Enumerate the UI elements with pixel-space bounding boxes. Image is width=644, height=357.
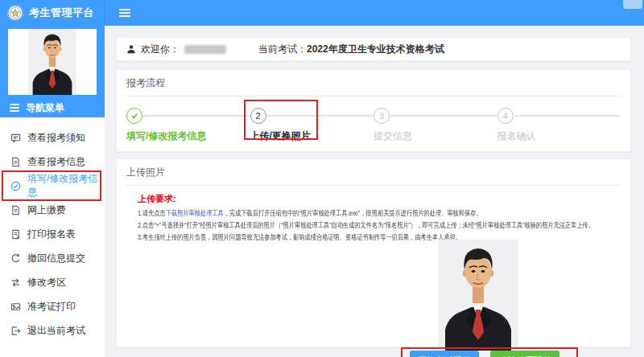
main-content: 欢迎你： 当前考试： 2022年度卫生专业技术资格考试 报考流程 填写/修改报考…: [105, 26, 644, 357]
process-title: 报考流程: [126, 76, 621, 96]
check-circle-icon: [10, 181, 21, 191]
sidebar-menu: 查看报考须知 查看报考信息 填写/修改报考信息 网上缴费: [0, 117, 105, 343]
requirement-line-2: 2.点击“+”号选择并“打开”经照片审核工具处理后的照片（“照片审核处理工具”自…: [138, 220, 524, 232]
step-number-circle: 3: [374, 108, 390, 124]
requirement-line-1: 1.请先点击下载照片审核处理工具，完成下载后打开压缩包中的“照片审核处理工具.e…: [138, 207, 524, 220]
confirm-photo-button[interactable]: 确认使用照片: [490, 351, 559, 357]
candidate-photo-thumbnail: [8, 29, 97, 95]
step-fill-info[interactable]: 填写/修改报考信息: [126, 108, 250, 143]
current-exam-label: 当前考试：: [258, 43, 307, 56]
step-confirm-registration[interactable]: 4 报名确认: [497, 108, 621, 143]
exit-icon: [10, 326, 21, 336]
top-bar: 考生管理平台: [0, 0, 644, 26]
sidebar-item-print-admission-ticket[interactable]: 准考证打印: [0, 294, 105, 318]
nav-menu-icon: [10, 107, 19, 109]
step-upload-photo[interactable]: 2 上传/更换照片: [250, 108, 374, 143]
nav-menu-title: 导航菜单: [26, 101, 64, 115]
sidebar-item-label: 退出当前考试: [27, 324, 85, 338]
step-label: 上传/更换照片: [250, 129, 374, 143]
photo-buttons-highlight: 更换考试照片 确认使用照片: [401, 347, 578, 357]
undo-icon: [10, 253, 21, 264]
sidebar-item-label: 查看报考须知: [27, 131, 85, 145]
corner-artifact: [623, 0, 642, 9]
user-icon: [126, 44, 136, 54]
app-title: 考生管理平台: [29, 6, 94, 20]
steps-row: 填写/修改报考信息 2 上传/更换照片 3 提交信息: [126, 108, 621, 143]
sidebar-item-online-payment[interactable]: 网上缴费: [0, 198, 105, 222]
collapse-menu-icon[interactable]: [119, 12, 130, 14]
sidebar-item-label: 撤回信息提交: [27, 252, 85, 265]
step-number-circle: 4: [497, 108, 514, 124]
top-bar-main: [105, 0, 644, 26]
sidebar-item-change-exam-area[interactable]: 修改考区: [0, 270, 105, 294]
sidebar-item-label: 查看报考信息: [27, 155, 85, 169]
step-label: 提交信息: [374, 129, 497, 143]
current-exam-name: 2022年度卫生专业技术资格考试: [307, 43, 444, 56]
card-icon: [10, 302, 21, 312]
sidebar-item-label: 填写/修改报考信息: [27, 172, 105, 199]
change-photo-button[interactable]: 更换考试照片: [410, 351, 479, 357]
sidebar-item-label: 修改考区: [27, 276, 66, 289]
upload-requirements-title: 上传要求:: [138, 193, 621, 205]
upload-photo-card: 上传照片 上传要求: 1.请先点击下载照片审核处理工具，完成下载后打开压缩包中的…: [116, 158, 631, 347]
form-icon: [10, 229, 21, 240]
sidebar-item-fill-info[interactable]: 填写/修改报考信息: [0, 174, 105, 198]
step-label: 填写/修改报考信息: [126, 129, 250, 143]
sidebar-item-print-form[interactable]: 打印报名表: [0, 222, 105, 246]
sidebar-item-view-notice[interactable]: 查看报考须知: [0, 125, 105, 150]
greeting-label: 欢迎你：: [141, 43, 180, 56]
uploaded-photo-preview: [438, 240, 518, 351]
check-icon: [130, 112, 138, 120]
welcome-bar: 欢迎你： 当前考试： 2022年度卫生专业技术资格考试: [116, 37, 631, 61]
chat-icon: [10, 133, 21, 143]
process-card: 报考流程 填写/修改报考信息 2: [116, 69, 631, 152]
sidebar-item-withdraw-submission[interactable]: 撤回信息提交: [0, 246, 105, 270]
upload-title: 上传照片: [126, 166, 621, 186]
sidebar-item-label: 网上缴费: [27, 203, 66, 217]
step-submit-info[interactable]: 3 提交信息: [374, 108, 497, 143]
sidebar: 导航菜单 查看报考须知 查看报考信息 填写/修改报考信息: [0, 26, 105, 357]
step-label: 报名确认: [497, 129, 621, 143]
swap-icon: [10, 277, 21, 288]
sidebar-photo-frame: [0, 26, 105, 98]
document-icon: [10, 205, 21, 215]
exam-platform-window: 考生管理平台 导航菜单 查看报考须知: [0, 0, 644, 357]
step-number-circle: 2: [250, 108, 266, 124]
step-done-circle: [126, 108, 142, 124]
sidebar-item-label: 打印报名表: [27, 228, 76, 241]
nav-menu-header: 导航菜单: [0, 98, 105, 117]
download-tool-link[interactable]: 下载照片审核处理工具: [166, 209, 224, 217]
redacted-candidate-name: [184, 45, 226, 54]
platform-logo-icon: [6, 4, 24, 22]
document-icon: [10, 157, 21, 167]
brand-area: 考生管理平台: [0, 0, 105, 26]
sidebar-item-label: 准考证打印: [27, 300, 76, 314]
sidebar-item-exit-exam[interactable]: 退出当前考试: [0, 318, 105, 343]
